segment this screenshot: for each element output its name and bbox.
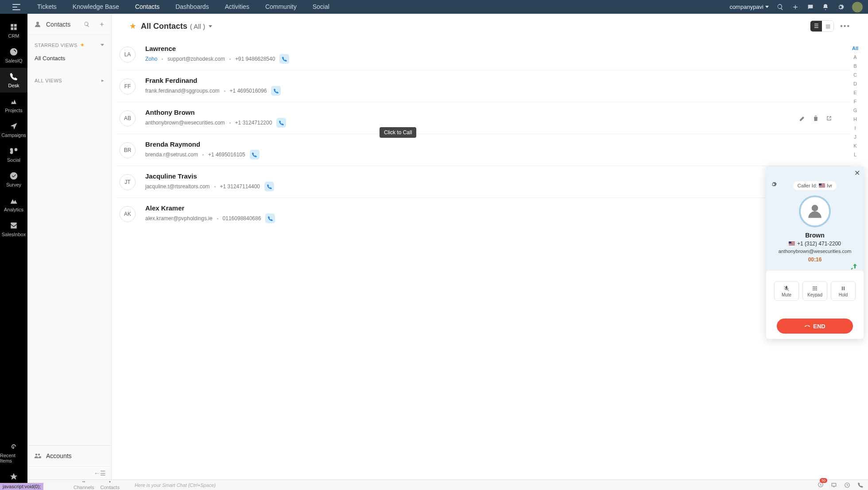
topnav-item-activities[interactable]: Activities [217, 0, 257, 14]
topnav-item-community[interactable]: Community [257, 0, 305, 14]
bell-icon[interactable] [822, 4, 829, 11]
search-icon[interactable] [777, 4, 784, 11]
topnav-item-dashboards[interactable]: Dashboards [167, 0, 217, 14]
user-avatar[interactable] [852, 2, 863, 12]
topnav-item-knowledge-base[interactable]: Knowledge Base [65, 0, 127, 14]
topnav-item-contacts[interactable]: Contacts [127, 0, 167, 14]
chevron-down-icon [765, 6, 769, 8]
top-navigation: TicketsKnowledge BaseContactsDashboardsA… [29, 0, 337, 14]
chat-icon[interactable] [807, 4, 814, 11]
hamburger-menu[interactable] [12, 4, 20, 10]
plus-icon[interactable] [792, 4, 799, 11]
company-selector[interactable]: companypavi [729, 4, 769, 10]
topnav-item-social[interactable]: Social [305, 0, 337, 14]
gear-icon[interactable] [837, 4, 844, 11]
topbar: TicketsKnowledge BaseContactsDashboardsA… [0, 0, 868, 14]
topnav-item-tickets[interactable]: Tickets [29, 0, 65, 14]
company-label: companypavi [729, 4, 763, 10]
